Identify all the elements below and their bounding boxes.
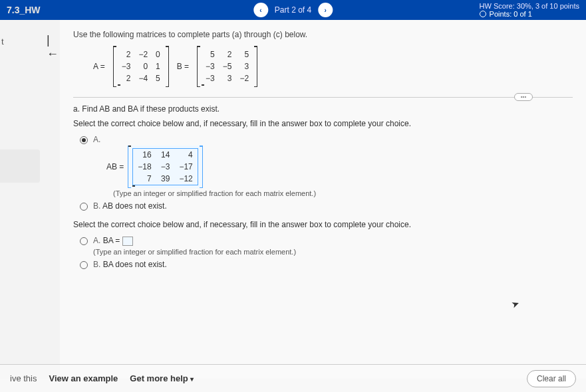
nav-group: ‹ Part 2 of 4 › xyxy=(253,3,333,17)
prev-button[interactable]: ‹ xyxy=(253,3,268,17)
choice-ab-b-label: B. xyxy=(93,201,100,211)
left-sidebar: t |← xyxy=(0,20,60,379)
matrix-b-label: B = xyxy=(177,62,189,71)
sidebar-item[interactable] xyxy=(0,149,40,183)
points-label: Points: 0 of 1 xyxy=(490,10,532,18)
view-example-link[interactable]: View an example xyxy=(49,373,118,383)
select-instruction-1: Select the correct choice below and, if … xyxy=(73,119,573,128)
radio-ab-a[interactable] xyxy=(80,136,88,144)
part-a-prompt: a. Find AB and BA if these products exis… xyxy=(73,104,573,114)
matrix-a: 2−20−3012−45 xyxy=(113,46,169,87)
ab-equals-label: AB = xyxy=(106,162,124,171)
radio-ba-a[interactable] xyxy=(80,237,88,245)
instruction-text: Use the following matrices to complete p… xyxy=(73,30,573,39)
given-matrices: A = 2−20−3012−45 B = 525−3−53−33−2 xyxy=(93,46,573,87)
cursor-icon: ➤ xyxy=(510,297,521,310)
choice-ba-b: B. BA does not exist. xyxy=(80,260,573,269)
get-help-link[interactable]: Get more help ▾ xyxy=(130,373,194,383)
ba-equals-label: BA = xyxy=(103,236,120,245)
collapse-handle-icon[interactable]: ••• xyxy=(514,93,533,101)
clear-all-button[interactable]: Clear all xyxy=(527,370,576,387)
score-area: HW Score: 30%, 3 of 10 points Points: 0 … xyxy=(480,2,579,18)
sidebar-letter: t xyxy=(1,37,4,47)
radio-ab-b[interactable] xyxy=(80,203,88,211)
choice-ba-b-text: BA does not exist. xyxy=(103,260,167,269)
matrix-a-label: A = xyxy=(93,62,105,71)
ba-answer-box[interactable] xyxy=(122,237,133,246)
radio-ba-b[interactable] xyxy=(80,261,88,269)
ab-hint: (Type an integer or simplified fraction … xyxy=(113,189,316,197)
back-arrow-icon[interactable]: |← xyxy=(47,33,60,61)
choice-ab-b-text: AB does not exist. xyxy=(102,201,167,211)
matrix-b: 525−3−53−33−2 xyxy=(197,46,257,87)
choice-ab-a-label: A. xyxy=(93,135,100,144)
choice-ab-a: A. AB = 16144−18−3−17739−12 (Type an int… xyxy=(80,135,573,197)
select-instruction-2: Select the correct choice below and, if … xyxy=(73,220,573,229)
hw-score: HW Score: 30%, 3 of 10 points xyxy=(480,2,579,10)
points-icon xyxy=(480,11,486,17)
next-button[interactable]: › xyxy=(318,3,333,17)
section-divider xyxy=(73,97,573,98)
main-content: Use the following matrices to complete p… xyxy=(60,20,586,379)
choice-ba-b-label: B. xyxy=(93,260,100,269)
top-header: 7.3_HW ‹ Part 2 of 4 › HW Score: 30%, 3 … xyxy=(0,0,586,20)
part-label: Part 2 of 4 xyxy=(275,5,311,15)
ba-hint: (Type an integer or simplified fraction … xyxy=(93,248,296,256)
choice-ba-a: A. BA = (Type an integer or simplified f… xyxy=(80,236,573,256)
choice-ab-b: B. AB does not exist. xyxy=(80,201,573,211)
footer-bar: ive this View an example Get more help ▾… xyxy=(0,364,586,392)
save-link[interactable]: ive this xyxy=(10,373,37,383)
choice-ba-a-label: A. xyxy=(93,236,100,245)
ab-answer-matrix[interactable]: 16144−18−3−17739−12 xyxy=(128,146,202,188)
hw-title: 7.3_HW xyxy=(7,5,41,15)
